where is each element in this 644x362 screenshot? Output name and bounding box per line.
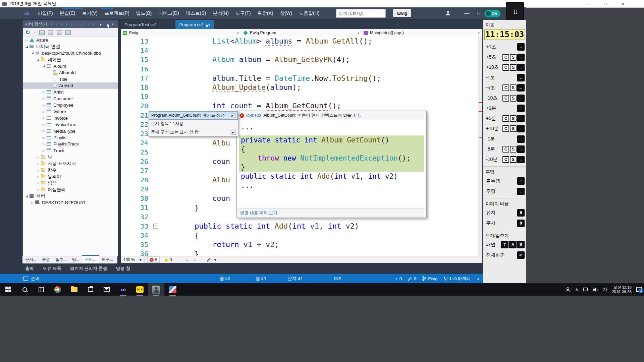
active-task[interactable]: 1-스파게티 [444, 276, 471, 282]
quick-action-item[interactable]: Program.Album_GetCount' 메서드 생성▶ [149, 111, 238, 120]
notification-center-icon[interactable]: 2 [636, 287, 642, 292]
stop-icon[interactable]: × [33, 30, 36, 35]
move-label[interactable]: 이동 [483, 20, 526, 28]
panel-button[interactable]: ← [517, 95, 525, 102]
window-position-icon[interactable]: ▾ [98, 22, 104, 27]
tree-collapsed-icon[interactable]: ▷ [41, 142, 46, 146]
hidden-icons-chevron[interactable]: ∧ [575, 287, 579, 292]
git-branch[interactable]: Ewig [422, 276, 437, 281]
tree-collapsed-icon[interactable]: ▷ [36, 175, 41, 178]
panel-button[interactable]: S [510, 95, 517, 102]
tree-item[interactable]: ▷MediaType [23, 128, 118, 134]
vs-maximize-button[interactable]: □ [474, 7, 483, 19]
tray-clock[interactable]: 오전 11:16 2019-09-26 [612, 285, 632, 294]
tree-expanded-icon[interactable]: ◢ [24, 45, 29, 48]
tool-window-tab[interactable]: 팀... [69, 256, 82, 263]
code-line[interactable]: 18 Album_Update(album); [121, 83, 478, 92]
bottom-panel-tab[interactable]: 오류 목록 [43, 265, 61, 272]
quick-action-item[interactable]: 문제 구성 또는 표시 안 함▶ [149, 128, 238, 136]
tree-item[interactable]: ▷Track [23, 147, 118, 154]
chevron-down-icon[interactable]: ▾ [237, 31, 239, 35]
panel-button[interactable]: C [502, 146, 509, 153]
code-line[interactable]: 13 List<Album> albums = Album_GetAll(); [121, 37, 478, 46]
muted-speaker-icon[interactable]: × [593, 288, 598, 292]
panel-button[interactable]: ↓ [517, 156, 525, 163]
navigate-back-icon[interactable]: ← [185, 257, 190, 262]
panel-button[interactable]: 9 [517, 220, 525, 227]
minimize-button[interactable]: — [584, 1, 592, 6]
panel-button[interactable]: C [502, 156, 509, 163]
tree-item[interactable]: AlbumId [23, 69, 118, 76]
code-line[interactable]: 14 [121, 46, 478, 55]
breadcrumb-segment[interactable]: Main(string[] args)▾ [362, 29, 482, 37]
zoom-control[interactable]: 100 % ▾ [123, 256, 145, 263]
editor-scrollbar[interactable] [478, 37, 482, 256]
tree-collapsed-icon[interactable]: ▷ [30, 201, 35, 204]
code-line[interactable]: 20 int count = Album_GetCount(); [121, 101, 478, 111]
code-line[interactable]: 36 } [121, 249, 478, 256]
menu-item[interactable]: 파일(F) [34, 7, 56, 19]
quick-action-item[interactable]: 무시 항목 '_' 사용 [149, 120, 238, 128]
tree-item[interactable]: ▷DESKTOP-N2FOU0T [23, 199, 118, 206]
taskbar-search-icon[interactable] [16, 283, 33, 296]
menu-item[interactable]: 편집(E) [56, 7, 79, 19]
tree-expanded-icon[interactable]: ◢ [36, 58, 41, 61]
panel-button[interactable]: ↓ [517, 188, 525, 195]
tree-collapsed-icon[interactable]: ▷ [41, 97, 46, 100]
tree-item[interactable]: ▷형식 [23, 180, 118, 186]
tree-item[interactable]: ▷함수 [23, 167, 118, 173]
panel-button[interactable]: ↑ [517, 105, 525, 112]
panel-button[interactable]: ← [517, 84, 525, 92]
chevron-down-icon[interactable]: ▾ [214, 257, 216, 262]
tree-item[interactable]: Title [23, 76, 118, 82]
tree-item[interactable]: ▷Azure [23, 37, 118, 43]
taskbar-mail-icon[interactable] [99, 283, 115, 296]
panel-button[interactable]: S [510, 125, 517, 132]
clock-app-icon[interactable]: ↓↓ [506, 2, 524, 21]
tool-window-tab[interactable]: 속성 [39, 256, 53, 263]
tree-item[interactable]: ◢테이블 [23, 56, 118, 63]
close-icon[interactable]: × [110, 22, 116, 27]
ime-indicator[interactable]: 가 [603, 287, 607, 293]
search-box[interactable] [336, 9, 386, 18]
code-line[interactable]: 16 [121, 64, 478, 74]
warning-count-chip[interactable]: 0 [162, 257, 174, 262]
tree-expanded-icon[interactable]: ◢ [41, 64, 46, 68]
menu-item[interactable]: 도구(T) [232, 7, 254, 19]
tree-collapsed-icon[interactable]: ▷ [41, 136, 46, 139]
chevron-down-icon[interactable]: ▾ [358, 31, 359, 35]
on-toggle[interactable]: ON [484, 10, 500, 17]
tree-item[interactable]: ▷Invoice [23, 115, 118, 121]
taskbar-visual-studio-icon[interactable]: ∞ [115, 283, 131, 296]
tree-collapsed-icon[interactable]: ▷ [41, 129, 46, 133]
panel-button[interactable]: ↓ [517, 145, 525, 153]
tree-collapsed-icon[interactable]: ▷ [41, 116, 46, 120]
code-line[interactable]: 19 [121, 92, 478, 102]
tree-item[interactable]: ▷저장 프로시저 [23, 160, 118, 167]
tool-window-tab[interactable]: 문서... [22, 256, 39, 263]
tree-collapsed-icon[interactable]: ▷ [41, 149, 46, 152]
taskbar-media-app-icon[interactable] [164, 283, 181, 296]
tree-collapsed-icon[interactable]: ▷ [36, 188, 41, 191]
panel-button[interactable]: S [510, 115, 517, 122]
preview-changes-link[interactable]: 변경 내용 미리 보기 [237, 208, 426, 218]
panel-button[interactable]: C [502, 95, 509, 102]
menu-item[interactable]: 프로젝트(P) [101, 7, 133, 19]
document-tab[interactable]: ProgramTest.cs* [121, 20, 160, 29]
tree-item[interactable]: ▷InvoiceLine [23, 121, 118, 128]
tree-collapsed-icon[interactable]: ▷ [36, 169, 41, 172]
panel-button[interactable]: ↑ [517, 125, 525, 132]
restore-panel-icon[interactable] [23, 277, 28, 281]
panel-button[interactable]: C [502, 115, 509, 122]
tree-item[interactable]: ◢서버 [23, 193, 118, 199]
panel-button[interactable]: A [509, 241, 517, 248]
tree-item[interactable]: ▷Genre [23, 108, 118, 115]
people-icon[interactable] [565, 287, 571, 292]
tree-item[interactable]: ▷PlaylistTrack [23, 141, 118, 147]
code-line[interactable]: 17 album.Title = DateTime.Now.ToString()… [121, 73, 478, 83]
code-line[interactable]: 15 Album album = Album_GetByPK(4); [121, 55, 478, 64]
search-input[interactable] [336, 11, 394, 16]
menu-item[interactable]: 확장(X) [254, 7, 277, 19]
close-button[interactable]: × [619, 1, 627, 6]
pending-changes[interactable]: ↑ 0 [395, 276, 402, 281]
